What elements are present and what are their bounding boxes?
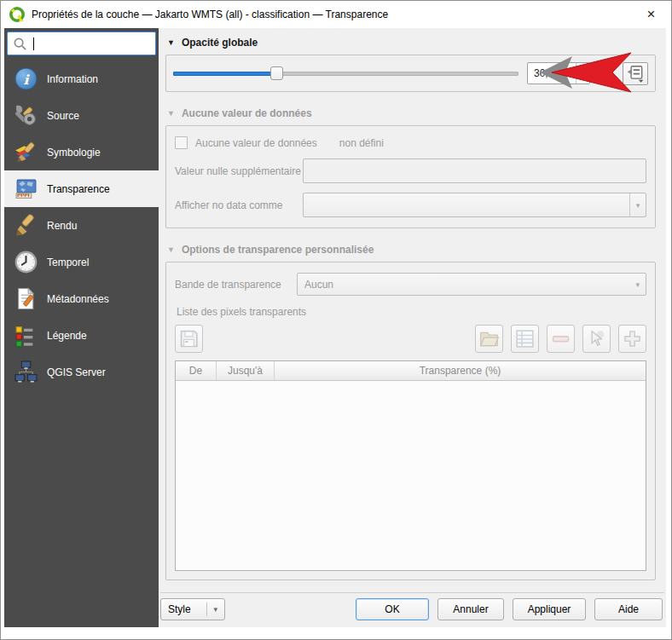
dialog-body: i Information Source [1, 28, 671, 634]
custom-transparency-group: Bande de transparence Aucun ▾ Liste des … [165, 262, 656, 580]
table-header-transparence[interactable]: Transparence (%) [275, 361, 646, 380]
add-row-button[interactable] [618, 325, 646, 353]
transparency-icon [14, 177, 38, 201]
temporal-icon [14, 251, 38, 274]
opacity-slider[interactable] [173, 66, 518, 80]
additional-null-label: Valeur nulle supplémentaire [175, 165, 303, 177]
spinbox-arrows[interactable]: ▲ ▼ [576, 63, 589, 84]
source-icon [14, 104, 38, 128]
display-no-data-row: Afficher no data comme ▾ [175, 193, 646, 217]
sidebar-item-label: Temporel [47, 257, 89, 268]
transparency-band-combo[interactable]: Aucun ▾ [297, 273, 646, 296]
qgis-server-icon [14, 360, 38, 384]
section-title: Options de transparence personnalisée [182, 244, 374, 256]
footer-button-bar: Style ▾ OK Annuler Appliquer Aide [159, 593, 666, 627]
additional-null-input[interactable] [303, 159, 646, 183]
help-button[interactable]: Aide [594, 598, 663, 620]
table-body-empty [176, 381, 646, 570]
search-icon [13, 37, 27, 51]
table-icon [514, 328, 536, 349]
sidebar-item-rendering[interactable]: Rendu [4, 207, 159, 244]
pixel-list-toolbar [175, 325, 646, 353]
folder-icon [478, 328, 500, 349]
global-opacity-group: 30,0% ▲ ▼ [165, 55, 656, 92]
display-no-data-combo[interactable]: ▾ [303, 193, 646, 217]
opacity-slider-fill [173, 72, 277, 76]
collapse-triangle-icon: ▼ [167, 246, 175, 254]
combo-value: Aucun [298, 279, 333, 291]
sidebar-item-label: Symbologie [47, 147, 101, 159]
window-title: Propriétés de la couche — Jakarto WMTS (… [32, 9, 632, 20]
opacity-spinbox[interactable]: 30,0% ▲ ▼ [527, 62, 590, 84]
apply-button[interactable]: Appliquer [513, 598, 586, 620]
chevron-down-icon: ▾ [206, 603, 217, 616]
no-data-group: Aucune valeur de données non défini Vale… [165, 125, 656, 228]
sidebar-item-metadata[interactable]: Métadonnées [4, 280, 159, 317]
section-title: Opacité globale [182, 37, 258, 49]
ok-button[interactable]: OK [356, 598, 429, 620]
no-data-checkbox-row: Aucune valeur de données non défini [175, 136, 646, 149]
pixel-list-label: Liste des pixels transparents [177, 306, 646, 318]
symbology-icon [14, 141, 38, 164]
sidebar-item-label: Information [47, 73, 98, 85]
pick-value-from-map-button[interactable] [582, 325, 611, 353]
metadata-icon [14, 287, 38, 311]
plus-icon [622, 328, 643, 349]
transparent-pixels-table[interactable]: De Jusqu'à Transparence (%) [175, 360, 646, 571]
collapse-triangle-icon: ▼ [167, 110, 175, 118]
sidebar-item-label: Source [47, 110, 79, 122]
layer-properties-dialog: Propriétés de la couche — Jakarto WMTS (… [0, 0, 672, 640]
sidebar-item-label: Métadonnées [47, 293, 109, 305]
section-header-no-data[interactable]: ▼ Aucune valeur de données [167, 107, 656, 119]
section-header-custom-transparency[interactable]: ▼ Options de transparence personnalisée [167, 244, 656, 256]
export-to-table-button[interactable] [511, 325, 539, 353]
no-data-checkbox-label: Aucune valeur de données [195, 137, 317, 149]
content-panel: ▼ Opacité globale 30,0% ▲ ▼ [159, 28, 666, 627]
table-header-row: De Jusqu'à Transparence (%) [176, 361, 646, 381]
sidebar: i Information Source [4, 28, 159, 627]
text-caret [33, 37, 34, 50]
render-icon [14, 214, 38, 238]
sidebar-item-qgis-server[interactable]: QGIS Server [4, 354, 159, 390]
table-header-de[interactable]: De [176, 361, 217, 380]
table-header-jusqua[interactable]: Jusqu'à [217, 361, 275, 380]
cancel-button[interactable]: Annuler [437, 598, 504, 620]
section-title: Aucune valeur de données [182, 107, 312, 119]
information-icon: i [14, 67, 38, 91]
collapse-triangle-icon: ▼ [167, 39, 175, 47]
close-button[interactable]: × [632, 2, 670, 27]
additional-null-row: Valeur nulle supplémentaire [175, 159, 646, 183]
sidebar-search-input[interactable] [7, 32, 156, 55]
save-pixel-list-button[interactable] [175, 325, 203, 353]
style-button-label: Style [168, 603, 191, 615]
legend-icon [14, 324, 38, 348]
transparency-band-row: Bande de transparence Aucun ▾ [175, 273, 646, 296]
qgis-logo-icon [9, 7, 25, 22]
sidebar-item-legend[interactable]: Légende [4, 317, 159, 354]
sidebar-item-source[interactable]: Source [4, 97, 159, 134]
style-menu-button[interactable]: Style ▾ [160, 598, 225, 620]
chevron-down-icon: ▾ [635, 280, 640, 289]
opacity-slider-handle[interactable] [270, 66, 283, 80]
scroll-area: ▼ Opacité globale 30,0% ▲ ▼ [159, 28, 666, 592]
spin-down-icon: ▼ [581, 73, 586, 78]
transparency-band-label: Bande de transparence [175, 279, 297, 291]
sidebar-item-symbology[interactable]: Symbologie [4, 134, 159, 170]
sidebar-item-label: QGIS Server [47, 366, 106, 378]
minus-icon [550, 328, 571, 349]
save-icon [178, 328, 200, 349]
cursor-pick-icon [586, 328, 607, 349]
data-defined-override-button[interactable] [623, 62, 648, 85]
no-data-checkbox[interactable] [175, 136, 188, 149]
import-from-file-button[interactable] [475, 325, 503, 353]
no-data-hint: non défini [339, 137, 384, 149]
sidebar-item-label: Transparence [47, 183, 110, 195]
data-defined-icon [626, 64, 645, 83]
sidebar-item-transparency[interactable]: Transparence [4, 170, 159, 207]
title-bar: Propriétés de la couche — Jakarto WMTS (… [1, 1, 671, 28]
sidebar-item-temporal[interactable]: Temporel [4, 244, 159, 280]
section-header-global-opacity[interactable]: ▼ Opacité globale [167, 37, 656, 49]
remove-row-button[interactable] [547, 325, 575, 353]
sidebar-item-information[interactable]: i Information [4, 61, 159, 97]
sidebar-item-label: Rendu [47, 220, 77, 232]
